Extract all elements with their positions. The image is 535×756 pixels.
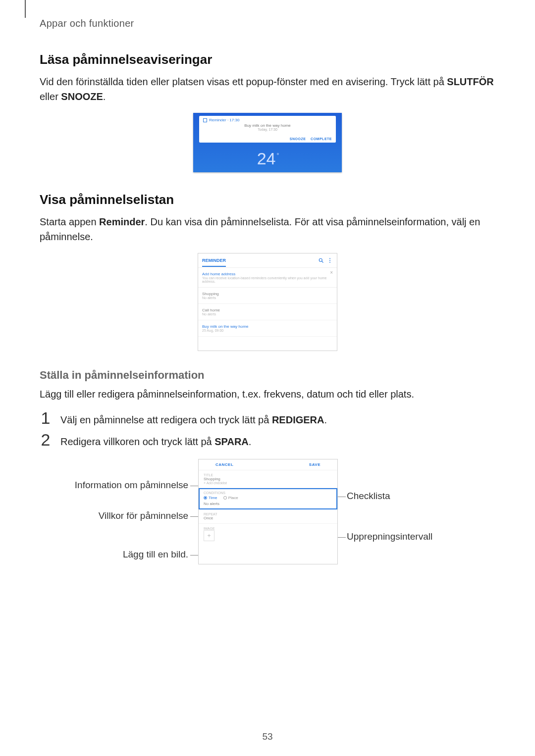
edit-image-label: IMAGE [204, 527, 332, 530]
step-1: 1 Välj en påminnelse att redigera och tr… [40, 410, 495, 427]
svg-point-2 [329, 258, 330, 259]
list-item: Buy milk on the way home 25 Aug, 09:00 [198, 320, 337, 337]
step1-pre: Välj en påminnelse att redigera och tryc… [60, 414, 272, 425]
callout-info: Information om påminnelse [54, 480, 188, 491]
edit-reminder-mock: CANCEL SAVE TITLE Shopping + Add checkli… [198, 459, 338, 564]
clock-number: 24 [257, 149, 276, 168]
callout-checklist: Checklista [347, 491, 390, 502]
section-title-notifications: Läsa påminnelseaviseringar [40, 52, 495, 67]
edit-repeat-value: Once [204, 516, 332, 520]
figure-reminder-list: REMINDER Add home address You can receiv… [198, 253, 337, 351]
edit-title-section: TITLE Shopping + Add checklist [199, 470, 337, 488]
list-item-sub: No alerts [202, 312, 333, 316]
section2-body-bold: Reminder [99, 216, 145, 227]
reminder-tab: REMINDER [202, 258, 226, 263]
leader-line [190, 516, 198, 517]
list-item-sub: No alerts [202, 296, 333, 300]
edit-image-section: IMAGE + [199, 524, 337, 544]
figure-notification-popup: Reminder · 17:30 Buy milk on the way hom… [193, 113, 342, 172]
edit-conditions-label: CONDITIONS [204, 491, 332, 495]
search-icon [318, 257, 324, 263]
subsection-title-edit: Ställa in påminnelseinformation [40, 369, 495, 382]
step-number: 1 [40, 410, 52, 425]
list-item-title: Shopping [202, 292, 333, 296]
list-item-title: Call home [202, 308, 333, 312]
page-top-rule [25, 0, 26, 18]
step2-post: . [249, 436, 252, 447]
edit-bar: CANCEL SAVE [199, 459, 337, 470]
notification-title: Buy milk on the way home [203, 123, 332, 128]
section1-body-pre: Vid den förinställda tiden eller platsen… [40, 76, 447, 87]
edit-conditions-section: CONDITIONS Time Place No alerts [199, 488, 337, 509]
callout-conditions: Villkor för påminnelse [54, 510, 188, 521]
notification-app-label: Reminder · 17:30 [203, 118, 332, 122]
list-item-sub: 25 Aug, 09:00 [202, 329, 333, 332]
list-item: Call home No alerts [198, 304, 337, 320]
clock-degree: ° [277, 152, 279, 159]
add-image-box: + [204, 530, 214, 541]
edit-repeat-label: REPEAT [204, 512, 332, 516]
leader-line [190, 555, 198, 555]
svg-point-0 [319, 258, 322, 261]
step1-bold: REDIGERA [272, 414, 324, 425]
leader-line [338, 537, 346, 538]
reminder-promo-card: Add home address You can receive locatio… [198, 268, 337, 288]
section1-body-bold1: SLUTFÖR [447, 76, 493, 87]
figure-edit-reminder-diagram: Information om påminnelse Villkor för på… [54, 459, 481, 598]
step-number: 2 [40, 432, 52, 447]
step1-post: . [324, 414, 327, 425]
section3-body: Lägg till eller redigera påminnelseinfor… [40, 387, 495, 402]
lockscreen-clock: 24° [193, 149, 342, 168]
radio-place: Place [223, 496, 238, 500]
section2-body: Starta appen Reminder. Du kan visa din p… [40, 214, 495, 244]
notification-snooze-action: SNOOZE [290, 137, 306, 141]
page-header: Appar och funktioner [40, 18, 495, 29]
more-icon [327, 257, 333, 263]
list-item: Shopping No alerts [198, 288, 337, 304]
svg-line-1 [322, 261, 323, 263]
leader-line [190, 486, 198, 486]
leader-line [338, 497, 346, 497]
callout-add-image: Lägg till en bild. [54, 549, 188, 560]
reminder-list-topbar: REMINDER [198, 253, 337, 268]
section1-body: Vid den förinställda tiden eller platsen… [40, 74, 495, 104]
step-2: 2 Redigera villkoren och tryck lätt på S… [40, 432, 495, 449]
section2-body-pre: Starta appen [40, 216, 99, 227]
promo-title: Add home address [202, 272, 333, 276]
step2-bold: SPARA [214, 436, 249, 447]
save-label: SAVE [309, 462, 321, 467]
edit-title-value: Shopping [204, 477, 332, 481]
edit-conditions-value: No alerts [204, 502, 332, 506]
edit-title-hint: + Add checklist [204, 481, 332, 485]
step2-pre: Redigera villkoren och tryck lätt på [60, 436, 214, 447]
list-item-title: Buy milk on the way home [202, 324, 333, 329]
radio-time: Time [204, 496, 217, 500]
promo-subtitle: You can receive location-based reminders… [202, 276, 333, 283]
cancel-label: CANCEL [215, 462, 233, 467]
notification-card: Reminder · 17:30 Buy milk on the way hom… [199, 116, 336, 143]
callout-repeat: Upprepningsintervall [347, 531, 432, 542]
notification-complete-action: COMPLETE [311, 137, 332, 141]
svg-point-3 [329, 260, 330, 261]
page-number: 53 [0, 731, 535, 742]
notification-time: Today, 17:30 [203, 128, 332, 131]
section1-body-post: . [103, 91, 106, 102]
section-title-list: Visa påminnelselistan [40, 192, 495, 207]
section1-body-bold2: SNOOZE [61, 91, 103, 102]
edit-repeat-section: REPEAT Once [199, 509, 337, 524]
svg-point-4 [329, 262, 330, 263]
section1-body-mid: eller [40, 91, 61, 102]
edit-title-label: TITLE [204, 473, 332, 477]
